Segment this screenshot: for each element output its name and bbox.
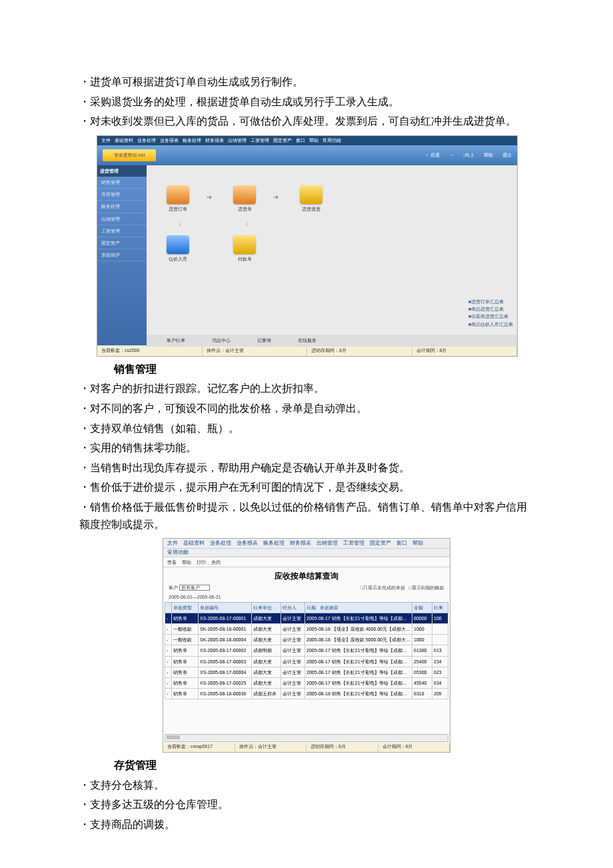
sidebar-item-account[interactable]: 账务处理: [97, 201, 147, 213]
cell-bal: 623: [432, 667, 448, 677]
menu-item[interactable]: 窗口: [296, 137, 305, 144]
arrow-down-icon: ↓: [245, 219, 249, 229]
cell-unit: 成都王府井: [252, 689, 281, 699]
bottom-button[interactable]: 客户往来: [167, 337, 185, 344]
menu-item[interactable]: 出纳管理: [316, 539, 338, 548]
col-type[interactable]: 单据类型: [172, 602, 199, 613]
checkbox-unfinished[interactable]: 只显示未完成的单据: [360, 585, 405, 590]
table-row[interactable]: -销售单XS-2005-08-17-00025成都大发会计主管2005-08-1…: [165, 678, 448, 689]
cell-exp[interactable]: -: [165, 678, 172, 689]
sidebar-item-sales[interactable]: 销售管理: [97, 177, 147, 189]
view-button[interactable]: 查看: [167, 559, 177, 566]
report-link[interactable]: 商品进货汇总表: [468, 305, 513, 313]
menu-item[interactable]: 出纳管理: [228, 137, 247, 144]
heading-stock: 存货管理: [114, 757, 536, 774]
report-link[interactable]: 进货订单汇总表: [468, 298, 513, 305]
sidebar-item-cash[interactable]: 出纳管理: [97, 213, 147, 225]
cell-exp[interactable]: -: [165, 613, 172, 623]
col-bal[interactable]: 往来: [432, 602, 448, 613]
app-toolbar: 管家婆辉煌.net ←后退 → ↑向上 帮助 退出: [97, 145, 517, 165]
col-unit[interactable]: 往来单位: [252, 602, 281, 613]
col-exp[interactable]: [165, 602, 172, 613]
col-op[interactable]: 经办人: [281, 602, 305, 613]
menu-item[interactable]: 常用功能: [167, 549, 189, 557]
nav-forward-button[interactable]: →: [449, 151, 454, 159]
table-row[interactable]: -销售单XS-2005-08-17-00003成都大发会计主管2005-08-1…: [165, 656, 448, 667]
col-no[interactable]: 单据编号: [199, 602, 252, 613]
col-amt[interactable]: 金额: [412, 602, 432, 613]
cell-unit: 成都明都: [252, 645, 281, 656]
menu-item[interactable]: 工资管理: [251, 137, 269, 144]
checkbox-due[interactable]: 显示到期的账款: [409, 585, 444, 590]
table-row[interactable]: -销售单XS-2005-08-17-00002成都明都会计主管2005-08-1…: [165, 645, 448, 656]
menu-item[interactable]: 业务报表: [237, 539, 258, 548]
sidebar-item-salary[interactable]: 工资管理: [97, 225, 147, 237]
flow-node-pay[interactable]: 付款单: [233, 235, 256, 263]
table-row[interactable]: -一般收款SK-2005-08-18-00004成都大发会计主管2005-08-…: [165, 635, 448, 645]
cell-type: 销售单: [172, 613, 199, 623]
table-row[interactable]: -销售单XS-2005-08-18-00036成都王府井会计主管2005-08-…: [165, 689, 448, 699]
menu-item[interactable]: 文件: [167, 539, 178, 548]
menu-item[interactable]: 账务处理: [263, 539, 285, 548]
menu-item[interactable]: 固定资产: [273, 137, 292, 144]
sidebar-item-asset[interactable]: 固定资产: [97, 237, 147, 249]
sidebar-item-stock[interactable]: 库存管理: [97, 189, 147, 201]
print-button[interactable]: 打印: [197, 559, 206, 566]
menu-item[interactable]: 财务报表: [205, 137, 224, 144]
sidebar-item-sys[interactable]: 系统维护: [97, 249, 147, 261]
menu-item[interactable]: 文件: [101, 137, 111, 144]
scrollbar-thumb[interactable]: [167, 735, 180, 739]
cell-exp[interactable]: -: [165, 624, 172, 635]
report-link[interactable]: 供应商进货汇总表: [468, 313, 513, 320]
menu-item[interactable]: 基础资料: [115, 137, 133, 144]
cell-bal: 634: [432, 678, 448, 689]
nav-back-button[interactable]: ←后退: [426, 151, 440, 159]
menu-item[interactable]: 财务报表: [290, 539, 311, 548]
cell-op: 会计主管: [281, 613, 305, 623]
bottom-button[interactable]: 消息中心: [212, 337, 231, 344]
table-row[interactable]: -销售单XS-2005-08-17-00001成都大发会计主管2005-08-1…: [165, 613, 448, 623]
menu-item[interactable]: 窗口: [396, 539, 407, 548]
cell-amt: 1000: [412, 635, 432, 645]
exit-button[interactable]: 退出: [502, 151, 512, 159]
col-desc[interactable]: 日期 单据摘要: [305, 602, 412, 613]
cell-amt: 45540: [412, 678, 432, 689]
report-toolbar: 查看 帮助 打印 关闭: [163, 557, 450, 567]
table-row[interactable]: -一般收款SK-2005-08-18-00001成都大发会计主管2005-08-…: [165, 624, 448, 635]
cell-exp[interactable]: -: [165, 656, 172, 667]
menu-item[interactable]: 帮助: [309, 137, 318, 144]
box-icon: [167, 185, 189, 204]
menu-item[interactable]: 基础资料: [183, 539, 205, 548]
cell-exp[interactable]: -: [165, 667, 172, 677]
cust-select[interactable]: 所有客户: [179, 585, 210, 591]
sidebar: 进货管理 销售管理 库存管理 账务处理 出纳管理 工资管理 固定资产 系统维护: [97, 165, 147, 345]
bottom-button[interactable]: 记事簿: [257, 337, 271, 344]
menu-item[interactable]: 业务报表: [160, 137, 179, 144]
menu-item[interactable]: 帮助: [412, 539, 423, 548]
cell-op: 会计主管: [281, 645, 305, 656]
close-button[interactable]: 关闭: [211, 559, 221, 566]
bottom-button[interactable]: 在线服务: [298, 337, 316, 344]
flow-node-order[interactable]: 进货订单: [167, 185, 189, 213]
nav-up-button[interactable]: ↑向上: [463, 151, 475, 159]
menu-item[interactable]: 账务处理: [183, 137, 201, 144]
flow-node-estimate[interactable]: 估价入库: [167, 235, 189, 263]
cell-exp[interactable]: -: [165, 689, 172, 699]
report-link[interactable]: 商品估价入库汇总表: [468, 321, 513, 328]
menu-item[interactable]: 常用功能: [322, 137, 341, 144]
flow-node-return[interactable]: 进货退货: [300, 185, 322, 213]
bullet-text: ・支持商品的调拨。: [77, 816, 536, 833]
cell-desc: 2005-08-17 销售【长虹21寸彩电】等给【成都大发】: [305, 645, 412, 656]
menu-item[interactable]: 工资管理: [343, 539, 364, 548]
flow-node-purchase[interactable]: 进货单: [233, 185, 256, 213]
status-operator: 操作员：会计主管: [203, 347, 308, 356]
menu-item[interactable]: 固定资产: [370, 539, 391, 548]
menu-item[interactable]: 业务处理: [137, 137, 156, 144]
horizontal-scrollbar[interactable]: [165, 734, 448, 742]
help-button[interactable]: 帮助: [484, 151, 493, 159]
help-button[interactable]: 帮助: [182, 559, 191, 566]
cell-exp[interactable]: -: [165, 645, 172, 656]
cell-exp[interactable]: -: [165, 635, 172, 645]
table-row[interactable]: -销售单XS-2005-08-17-00004成都大发会计主管2005-08-1…: [165, 667, 448, 677]
menu-item[interactable]: 业务处理: [210, 539, 231, 548]
